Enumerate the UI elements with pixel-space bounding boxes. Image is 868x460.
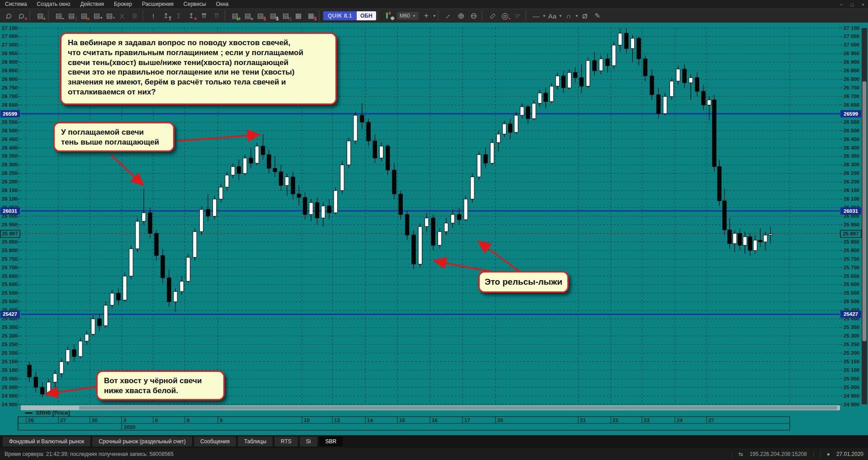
candle-body — [98, 319, 101, 326]
trades-table-icon[interactable]: ▤⇄ — [229, 10, 241, 21]
add-chart-icon[interactable]: ⊕ — [383, 10, 395, 21]
window-gear-icon[interactable]: ▤* — [104, 10, 115, 21]
tab-срочный-рынок-раздельный-счет-[interactable]: Срочный рынок (раздельный счет) — [92, 437, 192, 446]
text-style-icon[interactable]: Aa — [547, 10, 558, 21]
disconnect-key-icon[interactable]: Ϙ× — [16, 10, 28, 21]
orders-table-icon[interactable]: ▤≈ — [242, 10, 254, 21]
tab-сообщения[interactable]: Сообщения — [194, 437, 236, 446]
candle-body — [136, 221, 139, 249]
date-axis-label[interactable]: 27 — [60, 418, 66, 423]
tab-rts[interactable]: RTS — [274, 437, 298, 446]
zoom-in-icon[interactable]: ⊕ — [455, 10, 467, 21]
date-axis-label[interactable]: 14 — [367, 418, 373, 423]
orders-pair-icon[interactable]: ⇈ — [198, 10, 210, 21]
date-axis-label[interactable]: 9 — [220, 418, 222, 423]
annotation-arrow[interactable] — [478, 241, 521, 272]
candle-body — [508, 124, 512, 132]
date-axis-label[interactable]: 27 — [708, 418, 714, 423]
target-icon[interactable]: ◎• — [499, 10, 511, 21]
price-axis-label-right: 24 900 — [844, 402, 859, 407]
stop-order-icon[interactable]: ↥T — [160, 10, 172, 21]
menu-item-создать-окно[interactable]: Создать окно — [32, 0, 75, 9]
excel-export-icon[interactable]: X — [116, 10, 128, 21]
candle-body — [451, 215, 454, 223]
money-limits-icon[interactable]: ▤$ — [267, 10, 279, 21]
chevron-down-icon[interactable]: ▼ — [433, 14, 436, 18]
date-axis-label[interactable]: 3 — [123, 418, 126, 423]
alert-bell-icon[interactable]: ∩ — [563, 10, 575, 21]
date-axis-label[interactable]: 30 — [92, 418, 98, 423]
menu-item-сервисы[interactable]: Сервисы — [179, 0, 211, 9]
cancel-order-icon[interactable]: ↥× — [185, 10, 197, 21]
vertical-scrollbar-thumb[interactable] — [863, 81, 867, 341]
menu-item-система[interactable]: Система — [0, 0, 32, 9]
line-style-icon[interactable]: — — [530, 10, 542, 21]
date-axis-label[interactable]: 21 — [580, 418, 586, 423]
hide-objects-icon[interactable]: Ø — [579, 10, 591, 21]
date-axis-label[interactable]: 17 — [464, 418, 470, 423]
note-black-tail[interactable]: Вот хвост у чёрной свечи ниже хваста бел… — [96, 371, 225, 400]
candle-body — [142, 213, 146, 221]
menu-item-брокер[interactable]: Брокер — [109, 0, 137, 9]
ruler-icon[interactable]: ▭ — [486, 10, 498, 21]
tab-таблицы[interactable]: Таблицы — [238, 437, 273, 446]
date-axis-label[interactable]: 13 — [334, 418, 340, 423]
minimize-button[interactable]: − — [838, 2, 844, 7]
draw-tools-icon[interactable]: ✎ — [592, 10, 604, 21]
note-rails-skis[interactable]: Это рельсы-лыжи — [478, 271, 569, 293]
menu-item-окна[interactable]: Окна — [211, 0, 234, 9]
annotation-arrow[interactable] — [177, 135, 259, 141]
date-axis-label[interactable]: 22 — [613, 418, 618, 423]
date-axis-label[interactable]: 8 — [187, 418, 190, 423]
settings-window-icon[interactable]: ▤* — [91, 10, 103, 21]
date-axis-label[interactable]: 10 — [304, 418, 310, 423]
menu-item-действия[interactable]: Действия — [75, 0, 109, 9]
chevron-down-icon[interactable]: ▼ — [575, 14, 579, 18]
date-axis-label[interactable]: 26 — [28, 418, 34, 423]
hand-tool-icon[interactable]: ☞ — [512, 10, 524, 21]
portfolio-money-icon[interactable]: ▦$ — [305, 10, 317, 21]
interval-select[interactable]: M60▼ — [397, 12, 419, 20]
note-shadow-above[interactable]: У поглащаемой свечи тень выше поглащающе… — [53, 122, 175, 152]
orders-pair-alt-icon[interactable]: ⇈ — [211, 10, 222, 21]
report-window-icon[interactable]: ▤□ — [280, 10, 292, 21]
new-window-icon[interactable]: ▤+ — [34, 10, 46, 21]
chevron-down-icon[interactable]: ▼ — [542, 14, 546, 18]
close-button[interactable]: × — [860, 2, 866, 7]
maximize-button[interactable]: □ — [849, 2, 855, 7]
candle-body — [676, 69, 680, 81]
database-export-icon[interactable]: ≣ — [129, 10, 141, 21]
tab-фондовый-и-валютный-рынок[interactable]: Фондовый и Валютный рынок — [3, 437, 90, 446]
connect-key-icon[interactable]: Ϙ — [3, 10, 15, 21]
annotation-arrow[interactable] — [111, 155, 143, 185]
date-axis-label[interactable]: 16 — [432, 418, 438, 423]
chevron-down-icon[interactable]: ▼ — [559, 14, 562, 18]
order-hand-icon[interactable]: ↥ — [173, 10, 184, 21]
menu-item-расширения[interactable]: Расширения — [137, 0, 179, 9]
note-webinar-question[interactable]: На вебинаре я задавал вопрос по поводу х… — [60, 33, 337, 105]
fullscreen-icon[interactable]: ↕ — [443, 10, 454, 21]
tab-si[interactable]: Si — [300, 437, 317, 446]
alert-message-icon[interactable]: ! — [147, 10, 159, 21]
date-axis-label[interactable]: 6 — [155, 418, 158, 423]
portfolio-icon[interactable]: ▦ — [292, 10, 304, 21]
zoom-out-icon[interactable]: ⊖ — [468, 10, 480, 21]
crosshair-icon[interactable]: + — [420, 10, 432, 21]
chart-window-icon[interactable]: ▤~ — [53, 10, 65, 21]
candle-body — [399, 194, 402, 214]
candle-body — [586, 61, 590, 86]
date-axis-label[interactable]: 23 — [644, 418, 650, 423]
money-orders-icon[interactable]: ▤$ — [255, 10, 266, 21]
annotation-arrow[interactable] — [46, 387, 96, 394]
quotes-window-icon[interactable]: ▤: — [66, 10, 77, 21]
year-axis-label[interactable]: 2020 — [124, 424, 136, 430]
date-axis-label[interactable]: 15 — [399, 418, 405, 423]
price-axis-label-left: 25 750 — [2, 256, 18, 262]
horizontal-scrollbar-thumb[interactable] — [79, 406, 837, 410]
date-axis-label[interactable]: 20 — [497, 418, 503, 423]
candle-body — [471, 177, 474, 199]
table-window-icon[interactable]: ▤≡ — [78, 10, 90, 21]
date-axis-label[interactable]: 24 — [677, 418, 683, 423]
tab-sbr[interactable]: SBR — [319, 437, 343, 446]
update-badge[interactable]: ОБН — [357, 11, 376, 20]
